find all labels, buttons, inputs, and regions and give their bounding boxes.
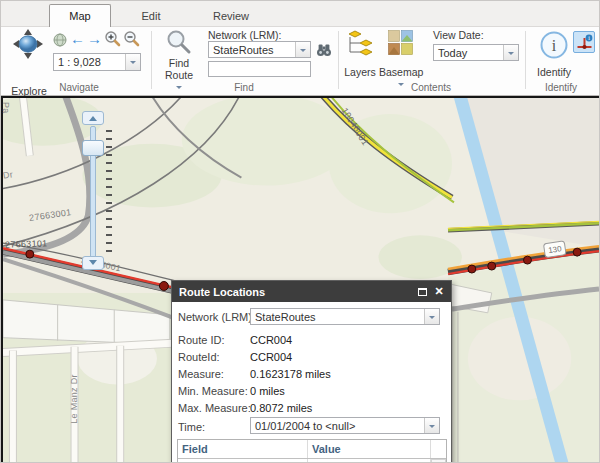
explore-button[interactable] [11, 29, 45, 61]
identify-route-locations-button[interactable]: i [573, 31, 595, 53]
chevron-down-icon [508, 52, 514, 58]
triangle-down-icon [89, 260, 97, 269]
layers-button[interactable]: Layers [343, 30, 377, 86]
group-separator [151, 31, 152, 89]
map-label-street: Dr [2, 169, 14, 181]
network-lrm-combobox[interactable]: StateRoutes [208, 41, 311, 58]
find-route-icon [166, 29, 192, 55]
dialog-network-dropdown-button[interactable] [424, 309, 439, 324]
identify-button[interactable]: i Identify [537, 30, 571, 86]
maximize-button[interactable] [415, 285, 429, 298]
group-label-identify: Identify [525, 82, 597, 93]
explore-icon [11, 29, 45, 61]
chevron-down-icon [176, 86, 182, 92]
table-header-row: Field Value [178, 440, 446, 459]
field-label: RouteId: [178, 351, 220, 363]
zoom-slider-handle[interactable] [82, 140, 104, 156]
field-label: Min. Measure: [178, 385, 248, 397]
field-value: CCR004 [250, 334, 292, 346]
dialog-time-label: Time: [178, 421, 205, 433]
group-separator [525, 31, 526, 89]
svg-text:i: i [552, 37, 557, 54]
map-viewport[interactable]: 130 27663001 27663101 27126001 10046001 … [1, 96, 600, 463]
network-lrm-dropdown-button[interactable] [295, 42, 310, 57]
table-scrollbar[interactable] [431, 459, 446, 463]
table-cell-value: 2046 [308, 459, 431, 463]
map-label-route: 27663101 [5, 238, 48, 249]
tab-map[interactable]: Map [49, 4, 111, 27]
zoom-in-button[interactable] [104, 30, 121, 48]
dialog-time-value: 01/01/2004 to <null> [251, 420, 424, 432]
group-label-find: Find [186, 82, 302, 93]
view-date-dropdown-button[interactable] [503, 45, 518, 60]
layers-icon [346, 30, 374, 56]
ribbon: Explore ← → 1 : 9,028 [1, 27, 600, 96]
field-value: 0.1623178 miles [250, 368, 331, 380]
route-locations-dialog: Route Locations ✕ Network (LRM): StateRo… [171, 280, 452, 463]
chevron-down-icon [130, 61, 136, 67]
back-arrow-button[interactable]: ← [70, 32, 85, 46]
group-label-navigate: Navigate [21, 82, 137, 93]
chevron-down-icon [429, 316, 435, 322]
scale-dropdown-button[interactable] [125, 54, 140, 70]
dialog-network-combobox[interactable]: StateRoutes [250, 308, 440, 325]
tab-edit-label: Edit [142, 10, 161, 22]
scale-combobox[interactable]: 1 : 9,028 [53, 53, 141, 71]
dialog-title: Route Locations [179, 286, 265, 298]
map-label-street: Le Manz Dr [69, 366, 79, 432]
network-lrm-value: StateRoutes [209, 44, 295, 56]
svg-text:130: 130 [548, 244, 563, 255]
dialog-time-combobox[interactable]: 01/01/2004 to <null> [250, 417, 440, 434]
map-label-street: Pa [1, 102, 11, 114]
attribute-table: Field Value OBJECTID 2046 FromDate 1/1/2… [177, 439, 447, 463]
tab-review[interactable]: Review [199, 4, 263, 27]
zoom-slider-up-button[interactable] [82, 111, 104, 125]
tab-edit[interactable]: Edit [121, 4, 181, 27]
zoom-out-button[interactable] [123, 30, 140, 48]
group-separator [338, 31, 339, 89]
field-label: Route ID: [178, 334, 224, 346]
find-route-input[interactable] [208, 61, 311, 77]
basemap-label: Basemap [379, 66, 423, 78]
table-header-value: Value [308, 440, 431, 458]
zoom-slider-down-button[interactable] [82, 256, 104, 270]
maximize-icon [418, 288, 427, 296]
table-header-field: Field [178, 440, 308, 458]
dialog-time-dropdown-button[interactable] [424, 418, 439, 433]
layers-label: Layers [343, 66, 377, 78]
basemap-icon [388, 30, 413, 55]
chevron-down-icon [300, 49, 306, 55]
view-date-value: Today [434, 47, 503, 59]
field-value: CCR004 [250, 351, 292, 363]
scale-value: 1 : 9,028 [54, 56, 125, 68]
field-value: 0 miles [250, 385, 285, 397]
scroll-up-button[interactable] [431, 459, 446, 463]
group-label-contents: Contents [373, 82, 489, 93]
ribbon-tabbar: Map Edit Review [1, 1, 600, 27]
route-shield: 130 [544, 241, 567, 258]
table-row[interactable]: OBJECTID 2046 [178, 459, 446, 463]
close-icon: ✕ [434, 285, 443, 298]
identify-label: Identify [534, 66, 574, 78]
field-label: Max. Measure: [178, 402, 251, 414]
identify-icon: i [539, 30, 569, 60]
dialog-titlebar[interactable]: Route Locations [172, 281, 451, 302]
binoculars-icon[interactable] [316, 43, 332, 58]
identify-route-locations-icon: i [576, 34, 593, 51]
globe-button[interactable] [53, 33, 67, 47]
basemap-button[interactable]: Basemap [379, 30, 423, 90]
find-route-label-2: Route [161, 69, 197, 81]
field-value: 0.8072 miles [250, 402, 312, 414]
forward-arrow-button[interactable]: → [87, 32, 102, 46]
app-window: Map Edit Review Explore [0, 0, 600, 463]
view-date-combobox[interactable]: Today [433, 44, 519, 61]
dialog-network-label: Network (LRM): [178, 311, 255, 323]
tab-map-label: Map [69, 10, 90, 22]
tab-review-label: Review [213, 10, 249, 22]
network-lrm-label: Network (LRM): [208, 29, 318, 41]
chevron-down-icon [429, 425, 435, 431]
table-cell-field: OBJECTID [178, 459, 308, 463]
field-label: Measure: [178, 368, 224, 380]
close-button[interactable]: ✕ [432, 285, 446, 298]
find-route-button[interactable]: Find Route [161, 29, 197, 89]
